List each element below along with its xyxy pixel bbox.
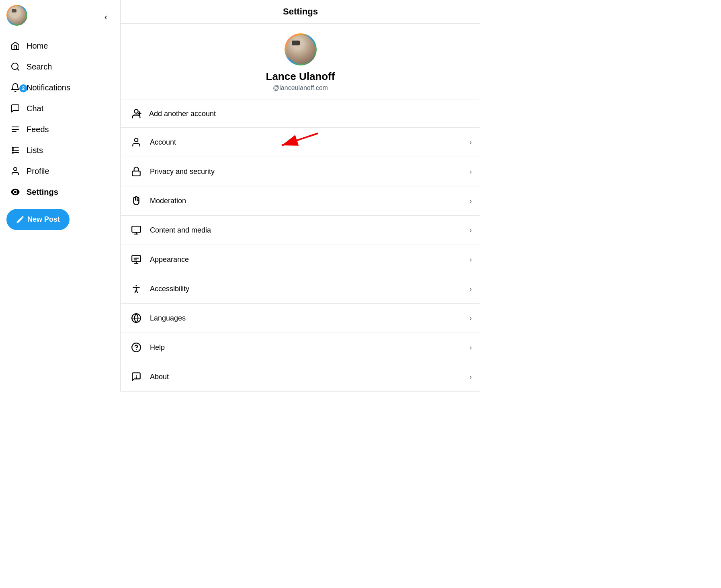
help-label: Help bbox=[150, 343, 463, 352]
add-account-row[interactable]: Add another account bbox=[121, 100, 480, 128]
user-profile-section: Lance Ulanoff @lanceulanoff.com bbox=[121, 24, 480, 100]
sidebar-item-settings[interactable]: Settings bbox=[6, 182, 114, 202]
svg-point-12 bbox=[134, 110, 138, 113]
edit-icon bbox=[16, 216, 24, 224]
settings-list: Account › Privacy and security › bbox=[121, 128, 480, 392]
lists-icon bbox=[10, 145, 21, 156]
settings-item-appearance[interactable]: Appearance › bbox=[121, 245, 480, 274]
sidebar-item-profile[interactable]: Profile bbox=[6, 161, 114, 182]
svg-point-7 bbox=[12, 152, 14, 153]
sidebar-item-feeds[interactable]: Feeds bbox=[6, 119, 114, 140]
profile-avatar bbox=[285, 33, 317, 65]
settings-items-container: Account › Privacy and security › bbox=[121, 128, 480, 392]
sidebar-notifications-label: Notifications bbox=[27, 83, 70, 92]
appearance-label: Appearance bbox=[150, 255, 463, 264]
sidebar-item-search[interactable]: Search bbox=[6, 56, 114, 77]
profile-handle: @lanceulanoff.com bbox=[273, 84, 328, 92]
profile-icon bbox=[10, 165, 21, 177]
bell-icon: 2 bbox=[10, 82, 21, 93]
sidebar-settings-label: Settings bbox=[27, 188, 58, 197]
account-chevron: › bbox=[469, 138, 472, 147]
settings-item-privacy[interactable]: Privacy and security › bbox=[121, 157, 480, 186]
sidebar-item-lists[interactable]: Lists bbox=[6, 140, 114, 161]
settings-item-languages[interactable]: Languages › bbox=[121, 304, 480, 333]
profile-name: Lance Ulanoff bbox=[266, 70, 335, 83]
sidebar-feeds-label: Feeds bbox=[27, 125, 49, 134]
settings-item-content[interactable]: Content and media › bbox=[121, 216, 480, 245]
content-chevron: › bbox=[469, 226, 472, 235]
languages-label: Languages bbox=[150, 314, 463, 323]
sidebar-nav: Home Search 2 Notifications bbox=[6, 35, 114, 202]
sidebar: ‹ Home Search bbox=[0, 0, 121, 392]
help-icon bbox=[129, 340, 143, 355]
settings-icon bbox=[10, 186, 21, 198]
content-label: Content and media bbox=[150, 226, 463, 235]
svg-rect-22 bbox=[132, 255, 141, 261]
account-icon bbox=[129, 135, 143, 149]
about-chevron: › bbox=[469, 373, 472, 381]
notification-badge: 2 bbox=[19, 84, 27, 92]
sidebar-item-chat[interactable]: Chat bbox=[6, 98, 114, 119]
sidebar-item-notifications[interactable]: 2 Notifications bbox=[6, 77, 114, 98]
svg-point-17 bbox=[135, 138, 138, 142]
appearance-icon bbox=[129, 252, 143, 267]
svg-point-5 bbox=[12, 147, 14, 149]
accessibility-label: Accessibility bbox=[150, 285, 463, 293]
privacy-label: Privacy and security bbox=[150, 167, 463, 176]
svg-rect-19 bbox=[132, 226, 141, 232]
sidebar-profile-label: Profile bbox=[27, 167, 49, 176]
lock-icon bbox=[129, 164, 143, 179]
languages-chevron: › bbox=[469, 314, 472, 323]
search-icon bbox=[10, 61, 21, 72]
settings-title: Settings bbox=[283, 6, 318, 16]
moderation-chevron: › bbox=[469, 197, 472, 205]
privacy-chevron: › bbox=[469, 167, 472, 176]
back-button[interactable]: ‹ bbox=[104, 12, 107, 22]
help-chevron: › bbox=[469, 343, 472, 352]
settings-item-help[interactable]: Help › bbox=[121, 333, 480, 362]
home-icon bbox=[10, 40, 21, 51]
moderation-label: Moderation bbox=[150, 197, 463, 205]
accessibility-icon bbox=[129, 282, 143, 296]
sidebar-chat-label: Chat bbox=[27, 104, 43, 113]
account-label: Account bbox=[150, 138, 463, 147]
new-post-button[interactable]: New Post bbox=[6, 209, 70, 230]
svg-point-6 bbox=[12, 150, 14, 151]
accessibility-chevron: › bbox=[469, 285, 472, 293]
about-label: About bbox=[150, 373, 463, 381]
chat-icon bbox=[10, 103, 21, 114]
sidebar-search-label: Search bbox=[27, 62, 52, 71]
appearance-chevron: › bbox=[469, 255, 472, 264]
svg-line-1 bbox=[17, 69, 19, 70]
settings-item-account[interactable]: Account › bbox=[121, 128, 480, 157]
add-account-icon bbox=[129, 106, 143, 121]
settings-item-about[interactable]: About › bbox=[121, 362, 480, 392]
add-account-label: Add another account bbox=[149, 110, 216, 118]
settings-item-moderation[interactable]: Moderation › bbox=[121, 186, 480, 216]
svg-point-11 bbox=[14, 167, 17, 171]
sidebar-lists-label: Lists bbox=[27, 146, 43, 155]
svg-rect-18 bbox=[132, 171, 140, 176]
sidebar-avatar[interactable] bbox=[6, 5, 27, 26]
sidebar-home-label: Home bbox=[27, 41, 48, 51]
main-content: Settings Lance Ulanoff @lanceulanoff.com… bbox=[121, 0, 480, 392]
about-icon bbox=[129, 370, 143, 384]
feeds-icon bbox=[10, 124, 21, 135]
media-icon bbox=[129, 223, 143, 237]
hand-icon bbox=[129, 194, 143, 208]
settings-header: Settings bbox=[121, 0, 480, 24]
new-post-label: New Post bbox=[27, 215, 60, 224]
svg-point-27 bbox=[135, 285, 137, 286]
profile-avatar-inner bbox=[286, 35, 315, 64]
sidebar-item-home[interactable]: Home bbox=[6, 35, 114, 56]
languages-icon bbox=[129, 311, 143, 325]
settings-item-accessibility[interactable]: Accessibility › bbox=[121, 274, 480, 304]
